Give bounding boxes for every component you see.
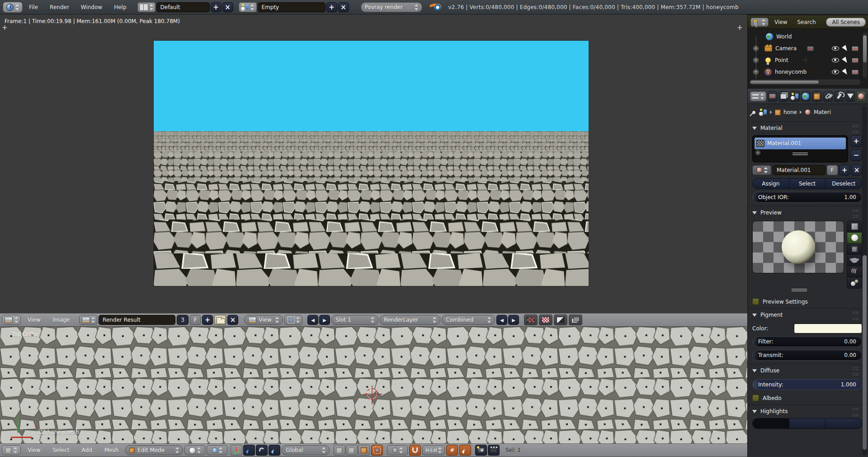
- tab-object[interactable]: [812, 91, 822, 102]
- new-image-button[interactable]: [202, 315, 213, 325]
- visibility-eye-icon[interactable]: [832, 46, 839, 51]
- next-slot-button[interactable]: [319, 315, 330, 325]
- texture-mask-toggle[interactable]: [539, 314, 552, 325]
- next-layer-button[interactable]: [508, 315, 519, 325]
- pigment-panel-header[interactable]: Pigment: [748, 308, 868, 320]
- screen-layout-name-field[interactable]: Default: [156, 2, 210, 12]
- outliner-item-honeycomb[interactable]: + honeycomb: [748, 66, 862, 78]
- select-button[interactable]: Select: [789, 178, 826, 189]
- editor-type-info-dropdown[interactable]: i: [3, 2, 23, 13]
- render-layer-dropdown[interactable]: RenderLayer: [380, 315, 440, 325]
- selectability-cursor-icon[interactable]: [842, 45, 849, 52]
- open-image-button[interactable]: [214, 315, 226, 325]
- add-screen-layout-button[interactable]: [211, 2, 222, 12]
- preview-panel-header[interactable]: Preview: [748, 206, 868, 218]
- selectability-cursor-icon[interactable]: [842, 68, 849, 76]
- outliner-item-world[interactable]: World: [748, 31, 862, 43]
- editor-type-properties-dropdown[interactable]: [750, 91, 766, 101]
- tab-material[interactable]: [856, 91, 866, 102]
- deselect-button[interactable]: Deselect: [826, 178, 862, 189]
- menu-mesh[interactable]: Mesh: [99, 443, 124, 457]
- render-slot-dropdown[interactable]: Slot 1: [331, 315, 378, 325]
- menu-outliner-search[interactable]: Search: [793, 18, 820, 27]
- fake-user-button[interactable]: F: [190, 315, 201, 325]
- scene-name-field[interactable]: Empty: [258, 2, 326, 12]
- preview-resize-handle[interactable]: [792, 289, 807, 290]
- menu-image[interactable]: Image: [47, 313, 75, 327]
- tab-render[interactable]: [768, 91, 778, 102]
- image-view-dropdown[interactable]: View: [244, 315, 283, 325]
- expand-region-icon[interactable]: +: [737, 24, 743, 32]
- editor-type-image-dropdown[interactable]: [2, 315, 21, 325]
- assign-button[interactable]: Assign: [752, 178, 789, 189]
- image-datablock-dropdown[interactable]: [79, 315, 97, 325]
- menu-window[interactable]: Window: [75, 0, 108, 14]
- menu-outliner-view[interactable]: View: [770, 18, 791, 27]
- preview-sphere-button[interactable]: [847, 233, 862, 244]
- tab-scene[interactable]: [790, 91, 800, 102]
- previous-layer-button[interactable]: [496, 315, 507, 325]
- remove-material-slot-button[interactable]: −: [850, 149, 862, 161]
- visibility-eye-icon[interactable]: [832, 70, 839, 74]
- pigment-color-swatch[interactable]: [794, 324, 862, 333]
- tab-render-layers[interactable]: [778, 91, 788, 102]
- unlink-image-button[interactable]: [227, 315, 238, 325]
- resize-handle[interactable]: [793, 152, 808, 153]
- add-material-slot-button[interactable]: +: [850, 135, 862, 147]
- tab-world[interactable]: [801, 91, 811, 102]
- draw-alpha-toggle[interactable]: [554, 314, 567, 325]
- filter-slider[interactable]: Filter: 0.00: [752, 336, 862, 347]
- expand-icon[interactable]: +: [753, 69, 759, 75]
- render-pass-dropdown[interactable]: Combined: [442, 315, 495, 325]
- tab-modifiers[interactable]: [834, 91, 844, 102]
- outliner-display-filter-dropdown[interactable]: All Scenes: [826, 18, 866, 27]
- outliner-item-camera[interactable]: + Camera: [748, 43, 862, 54]
- transmit-slider[interactable]: Transmit: 0.00: [752, 350, 862, 361]
- diffuse-panel-header[interactable]: Diffuse: [748, 364, 868, 376]
- visibility-eye-icon[interactable]: [832, 58, 839, 62]
- manipulator-toggle[interactable]: [231, 445, 242, 456]
- outliner-vertical-scrollbar[interactable]: [863, 33, 867, 78]
- transform-orientation-dropdown[interactable]: Global: [282, 445, 330, 455]
- add-scene-button[interactable]: [326, 2, 337, 12]
- viewport-shading-dropdown[interactable]: [184, 445, 205, 455]
- snap-toggle[interactable]: [409, 445, 421, 456]
- menu-select[interactable]: Select: [47, 443, 75, 457]
- preview-cube-button[interactable]: [847, 244, 862, 255]
- tab-object-data[interactable]: [845, 91, 855, 102]
- material-name-field[interactable]: Material.001: [773, 165, 826, 175]
- proportional-edit-dropdown[interactable]: [387, 445, 408, 455]
- expand-region-icon[interactable]: +: [2, 24, 8, 32]
- selectability-cursor-icon[interactable]: [842, 57, 849, 64]
- menu-help[interactable]: Help: [108, 0, 132, 14]
- scene-dropdown[interactable]: [239, 2, 257, 12]
- render-opengl-anim-button[interactable]: [488, 445, 500, 456]
- menu-view[interactable]: View: [22, 313, 46, 327]
- preview-flat-button[interactable]: [847, 221, 862, 233]
- preview-monkey-button[interactable]: [847, 255, 862, 266]
- renderability-camera-icon[interactable]: [852, 58, 859, 63]
- image-name-field[interactable]: Render Result: [99, 315, 175, 325]
- new-material-button[interactable]: [839, 165, 850, 176]
- editor-type-3dview-dropdown[interactable]: [2, 445, 21, 455]
- limit-selection-visible-toggle[interactable]: [371, 445, 383, 456]
- albedo-checkbox[interactable]: [752, 395, 759, 401]
- edge-select-mode-button[interactable]: [346, 445, 358, 456]
- snap-target-button[interactable]: #: [446, 445, 458, 456]
- scale-manipulator-toggle[interactable]: [269, 445, 280, 456]
- snap-align-button[interactable]: [459, 445, 471, 456]
- outliner-item-point[interactable]: + Point: [748, 54, 862, 66]
- render-engine-dropdown[interactable]: Povray render: [361, 2, 422, 12]
- editor-type-outliner-dropdown[interactable]: [750, 18, 769, 27]
- properties-vertical-scrollbar[interactable]: [862, 106, 867, 455]
- mode-dropdown[interactable]: Edit Mode: [125, 445, 183, 455]
- diffuse-intensity-slider[interactable]: Intensity: 1.000: [752, 379, 862, 390]
- pivot-center-dropdown[interactable]: [207, 445, 227, 455]
- render-opengl-button[interactable]: [475, 445, 487, 456]
- draw-channels-dropdown[interactable]: [569, 314, 582, 325]
- image-paint-toggle[interactable]: [524, 314, 538, 325]
- menu-render[interactable]: Render: [44, 0, 75, 14]
- pin-icon[interactable]: [752, 110, 756, 114]
- preview-sphere-sky-button[interactable]: [847, 277, 862, 288]
- menu-add[interactable]: Add: [76, 443, 98, 457]
